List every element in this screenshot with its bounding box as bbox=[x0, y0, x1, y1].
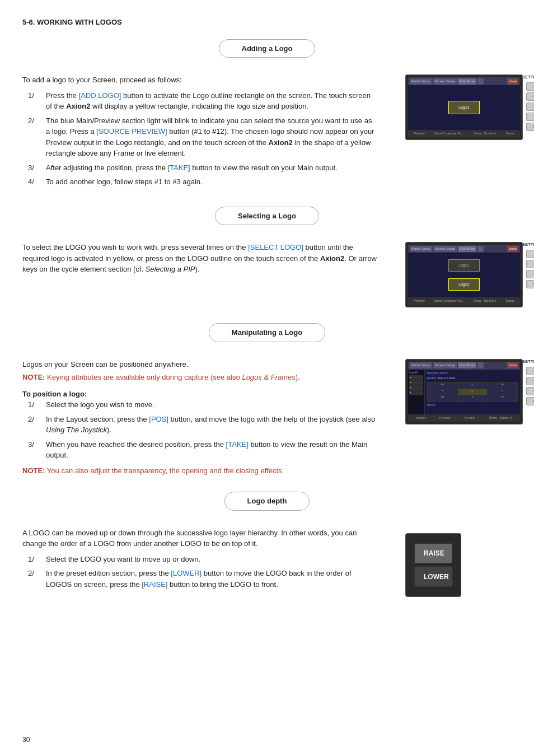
screen-tab-bar2: Matrix Setup Screen Setup Edit Show ... … bbox=[408, 245, 520, 253]
settings-btn7: N1 bbox=[526, 260, 534, 268]
selecting-logo-intro: To select the LOGO you wish to work with… bbox=[22, 242, 377, 275]
bottom-show2: Show - Screen 1 bbox=[474, 298, 496, 303]
grid-cell: C bbox=[458, 389, 488, 395]
raise-lower-container: RAISE LOWER bbox=[405, 533, 512, 597]
list-content: Select the LOGO you want to move up or d… bbox=[46, 554, 377, 565]
list-num: 2/ bbox=[28, 414, 46, 436]
screen-mockup-2: SETTINGS Matrix Setup Screen Setup Edit … bbox=[405, 242, 523, 307]
right-panel2: ■ N1 N2 PV bbox=[526, 250, 534, 288]
screen-content: Logo1 bbox=[408, 85, 520, 130]
list-item: 2/ The blue Main/Preview section light w… bbox=[22, 115, 377, 159]
bottom-label9: On-best bbox=[464, 416, 475, 420]
screen-mockup-1: SETTINGS Matrix Setup Screen Setup Edit … bbox=[405, 74, 523, 140]
sidebar-item3: ■ bbox=[409, 380, 423, 385]
position-grid: NW N NE W C E SW S SE bbox=[427, 382, 518, 402]
manipulating-intro: Logos on your Screen can be positioned a… bbox=[22, 359, 377, 370]
right-panel: ■ N1 N2 N3 PV bbox=[526, 82, 534, 131]
list-num: 2/ bbox=[28, 568, 46, 590]
list-content: To add another logo, follow steps #1 to … bbox=[46, 176, 377, 188]
list-num: 1/ bbox=[28, 399, 46, 410]
tab-more: ... bbox=[477, 78, 484, 85]
logo2-rect: Logo2 bbox=[448, 278, 480, 291]
manipulating-logo-content: Logos on your Screen can be positioned a… bbox=[22, 359, 377, 477]
note-label1: NOTE: bbox=[22, 373, 45, 381]
screen-display2: Matrix Setup Screen Setup Edit Show ... … bbox=[405, 242, 523, 307]
raise-button[interactable]: RAISE bbox=[414, 543, 453, 564]
pip-ref: Selecting a PIP bbox=[146, 265, 195, 273]
list-content: Press the [ADD LOGO] button to activate … bbox=[46, 90, 377, 112]
list-content: Select the logo you wish to move. bbox=[46, 399, 377, 410]
list-num: 3/ bbox=[28, 439, 46, 461]
screen-sidebar: LabelTr ■ ■ ■ ■ bbox=[408, 370, 425, 414]
pos-ref: [POS] bbox=[149, 415, 168, 423]
lower-button[interactable]: LOWER bbox=[414, 566, 453, 587]
settings-btn13: PV bbox=[526, 397, 534, 405]
logo1-rect: Logo1 bbox=[448, 101, 480, 114]
screen-bottom2: Preview Show/Composer Fix... Show - Scre… bbox=[408, 297, 520, 305]
logo1-rect2: Logo1 bbox=[448, 259, 480, 272]
list-item: 1/ Select the logo you wish to move. bbox=[22, 399, 377, 410]
screen-layout-main: Transition TakeTo Window Pos V 1:2Nav NW… bbox=[425, 370, 520, 414]
sidebar-item2: ■ bbox=[409, 375, 423, 380]
list-content: The blue Main/Preview section light will… bbox=[46, 115, 377, 159]
pos-label: Pos V 1:2Nav bbox=[438, 376, 456, 381]
adding-logo-content: To add a logo to your Screen, proceed as… bbox=[22, 74, 377, 191]
logo-depth-image: RAISE LOWER bbox=[388, 528, 512, 597]
selecting-logo-title: Selecting a Logo bbox=[215, 207, 319, 226]
list-content: After adjusting the position, press the … bbox=[46, 162, 377, 174]
adding-logo-section: Adding a Logo To add a logo to your Scre… bbox=[22, 39, 512, 191]
selecting-logo-section: Selecting a Logo To select the LOGO you … bbox=[22, 207, 512, 308]
list-item: 1/ Select the LOGO you want to move up o… bbox=[22, 554, 377, 565]
window-row: Window Pos V 1:2Nav bbox=[427, 376, 518, 381]
axion2-ref: Axion2 bbox=[66, 102, 90, 110]
manipulating-note1: NOTE: Keying attributes are available on… bbox=[22, 372, 377, 383]
tab-more3: ... bbox=[477, 362, 484, 368]
tab-screen: Screen Setup bbox=[433, 78, 457, 85]
settings-btn5: PV bbox=[526, 123, 534, 131]
settings-btn12: N3 bbox=[526, 387, 534, 395]
rl-panel: RAISE LOWER bbox=[405, 533, 461, 597]
note-text2: You can also adjust the transparency, th… bbox=[47, 466, 284, 475]
grid-cell: NE bbox=[488, 383, 517, 389]
screen-bottom3: Layout Preview On-best Show - Screen 1 bbox=[408, 414, 520, 422]
screen-tab-bar: Matrix Setup Screen Setup Edit Show ... … bbox=[408, 77, 520, 85]
logos-frames-ref: Logos & Frames bbox=[242, 373, 295, 381]
bottom-label2: Show/Composer Fix... bbox=[434, 131, 464, 136]
selecting-logo-content: To select the LOGO you wish to work with… bbox=[22, 242, 377, 275]
position-title: To position a logo: bbox=[22, 389, 377, 400]
list-item: 3/ When you have reached the desired pos… bbox=[22, 439, 377, 461]
grid-cell: N bbox=[458, 383, 488, 389]
bottom-label4: Preview bbox=[414, 298, 425, 303]
take-ref2: [TAKE] bbox=[226, 440, 249, 449]
bottom-label6: Status bbox=[505, 298, 514, 303]
list-item: 1/ Press the [ADD LOGO] button to activa… bbox=[22, 90, 377, 112]
grid-cell: NW bbox=[428, 383, 457, 389]
screen-content2: Logo1 Logo2 bbox=[408, 253, 520, 297]
note-label2: NOTE: bbox=[22, 466, 45, 475]
bottom-label3: Status bbox=[505, 131, 514, 136]
settings-btn6: ■ bbox=[526, 250, 534, 258]
grid-cell: S bbox=[458, 395, 488, 401]
list-item: 4/ To add another logo, follow steps #1 … bbox=[22, 176, 377, 188]
logo-depth-content: A LOGO can be moved up or down through t… bbox=[22, 528, 377, 594]
list-content: When you have reached the desired positi… bbox=[46, 439, 377, 461]
adding-logo-intro: To add a logo to your Screen, proceed as… bbox=[22, 74, 377, 86]
bottom-show3: Show - Screen 1 bbox=[489, 416, 512, 420]
logo-depth-title: Logo depth bbox=[224, 492, 310, 511]
select-logo-ref: [SELECT LOGO] bbox=[248, 243, 303, 251]
tab-edit2: Edit Show bbox=[458, 246, 476, 252]
screen-tab-bar3: Matrix Setup Screen Setup Edit Show ... … bbox=[408, 362, 520, 370]
list-num: 2/ bbox=[28, 115, 46, 159]
take-ref: [TAKE] bbox=[168, 164, 190, 172]
logo-depth-section: Logo depth A LOGO can be moved up or dow… bbox=[22, 492, 512, 597]
tab-close2: close bbox=[507, 246, 518, 252]
tab-screen3: Screen Setup bbox=[433, 362, 457, 368]
list-item: 2/ In the preset edition section, press … bbox=[22, 568, 377, 590]
grid-cell: SE bbox=[488, 395, 517, 401]
tab-matrix: Matrix Setup bbox=[410, 78, 432, 85]
axion2-ref2: Axion2 bbox=[269, 138, 293, 147]
screen-display: Matrix Setup Screen Setup Edit Show ... … bbox=[405, 74, 523, 140]
grid-cell: W bbox=[428, 389, 457, 395]
bottom-show: Show - Screen 1 bbox=[474, 131, 496, 136]
sidebar-item4: ■ bbox=[409, 385, 423, 390]
